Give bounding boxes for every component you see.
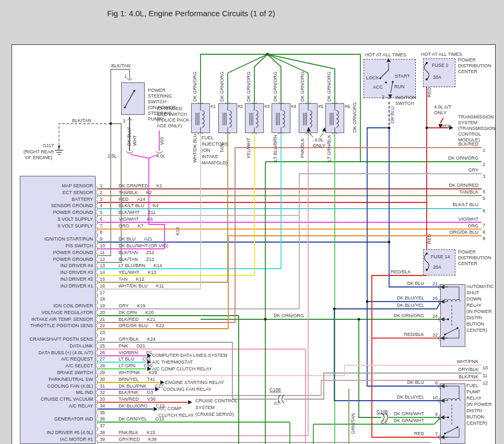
arrow-icon (440, 435, 444, 439)
symbol (96, 239, 98, 245)
wire (391, 82, 393, 93)
junction-dot (110, 123, 112, 125)
wire (389, 128, 440, 287)
arrow-icon (440, 336, 444, 340)
symbol (96, 253, 98, 258)
arrow-icon (440, 384, 444, 388)
junction-dot (444, 433, 446, 435)
arrow-icon (154, 407, 158, 411)
wiring-svg (0, 0, 504, 444)
junction-dot (426, 127, 428, 129)
symbol (386, 97, 392, 99)
symbol (96, 186, 98, 191)
symbol (282, 395, 285, 403)
symbol (443, 299, 460, 302)
symbol (96, 260, 98, 265)
wire (267, 54, 335, 103)
wire (372, 275, 440, 437)
symbol (96, 299, 98, 305)
symbol (96, 233, 98, 238)
junction-dot (388, 241, 391, 244)
wire (321, 380, 482, 395)
symbol (96, 359, 98, 365)
wire (359, 319, 381, 417)
symbol (96, 393, 98, 398)
junction-dot (358, 318, 360, 321)
junction-dot (333, 308, 336, 310)
wire (254, 54, 267, 103)
arrow-icon (386, 58, 391, 62)
symbol (96, 200, 98, 205)
symbol (96, 380, 98, 385)
wire (201, 54, 267, 103)
symbol (229, 111, 231, 127)
wire (309, 133, 313, 137)
symbol (125, 91, 134, 107)
symbol (96, 373, 98, 378)
wire (111, 69, 130, 124)
symbol (96, 313, 98, 318)
arrow-icon (440, 415, 444, 419)
symbol (96, 366, 98, 371)
symbol (425, 63, 429, 79)
symbol (96, 226, 98, 232)
symbol (96, 426, 98, 431)
wire (440, 287, 459, 299)
symbol (202, 111, 204, 127)
symbol (96, 320, 98, 325)
junction-dot (447, 416, 449, 418)
arrow-icon (147, 360, 151, 364)
arrow-icon (160, 380, 165, 385)
arrow-icon (440, 299, 444, 304)
wire (131, 154, 165, 249)
arrow-icon (440, 285, 444, 289)
symbol (382, 413, 384, 422)
junction-dot (264, 318, 267, 321)
junction-dot (266, 53, 269, 56)
symbol (96, 387, 98, 392)
junction-dot (388, 127, 391, 129)
symbol (425, 254, 429, 270)
junction-dot (133, 90, 135, 92)
wire (320, 133, 324, 137)
wire (380, 70, 389, 78)
arrow-icon (440, 317, 444, 321)
wire (334, 303, 440, 309)
wire (267, 54, 281, 103)
symbol (96, 433, 98, 438)
symbol (96, 340, 98, 345)
wire (228, 236, 482, 329)
symbol (96, 246, 98, 251)
symbol (96, 193, 98, 198)
symbol (96, 280, 98, 285)
symbol (96, 220, 98, 225)
symbol (96, 419, 98, 425)
wire (440, 386, 459, 399)
wire (345, 365, 482, 376)
junction-dot (447, 318, 449, 320)
wiring-diagram-page: Fig 1: 4.0L, Engine Performance Circuits… (0, 0, 504, 444)
junction-dot (456, 426, 459, 428)
arrow-icon (440, 399, 444, 403)
symbol (443, 399, 460, 401)
arrow-icon (188, 400, 192, 404)
junction-dot (124, 106, 126, 109)
arrow-icon (147, 354, 151, 358)
wire (313, 418, 440, 424)
symbol (96, 400, 98, 405)
arrow-icon (155, 387, 159, 391)
symbol (96, 413, 98, 418)
symbol (336, 111, 338, 127)
symbol (283, 111, 285, 127)
symbol (156, 151, 163, 153)
symbol (96, 353, 98, 358)
wire (440, 118, 443, 123)
wire (445, 427, 458, 434)
wire (149, 154, 158, 158)
wire (445, 328, 458, 334)
junction-dot (456, 327, 459, 329)
symbol (96, 306, 98, 311)
symbol (96, 440, 98, 444)
symbol (96, 266, 98, 271)
wire (299, 174, 482, 309)
